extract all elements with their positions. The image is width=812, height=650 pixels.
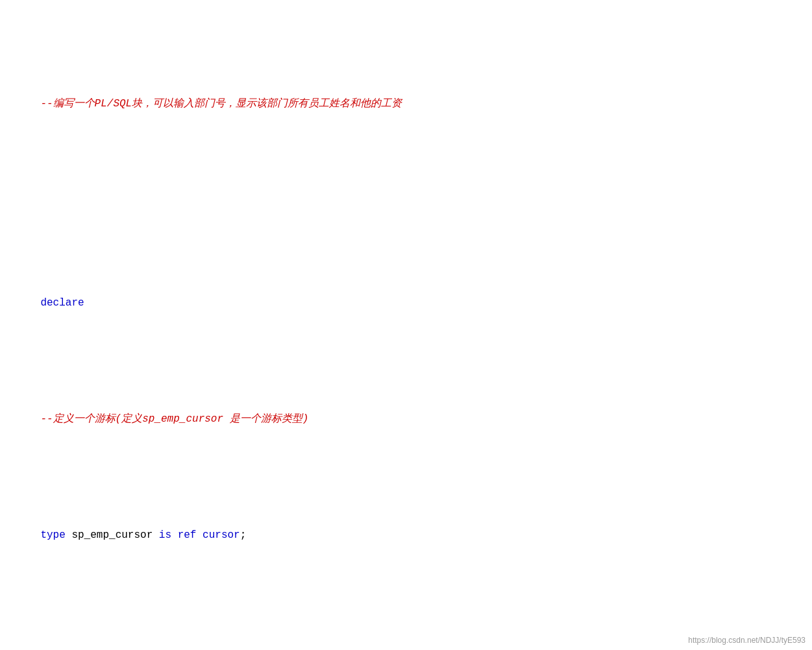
kw-is: is	[159, 529, 171, 541]
line-1: --编写一个PL/SQL块，可以输入部门号，显示该部门所有员工姓名和他的工资	[16, 79, 796, 129]
kw-ref: ref	[178, 529, 197, 541]
line-6-empty	[16, 627, 796, 644]
kw-cursor: cursor	[203, 529, 240, 541]
comment-line-4: --定义一个游标(定义sp_emp_cursor 是一个游标类型)	[40, 413, 308, 425]
line-declare: declare	[16, 279, 796, 329]
line-4: --定义一个游标(定义sp_emp_cursor 是一个游标类型)	[16, 395, 796, 445]
comment-line-1: --编写一个PL/SQL块，可以输入部门号，显示该部门所有员工姓名和他的工资	[40, 98, 402, 110]
code-5c	[196, 529, 203, 541]
line-5: type sp_emp_cursor is ref cursor;	[16, 511, 796, 561]
code-block: --编写一个PL/SQL块，可以输入部门号，显示该部门所有员工姓名和他的工资 d…	[16, 13, 796, 650]
line-2-empty	[16, 196, 796, 213]
code-5d: ;	[240, 529, 247, 541]
kw-type: type	[40, 529, 65, 541]
code-5a: sp_emp_cursor	[66, 529, 159, 541]
watermark: https://blog.csdn.net/NDJJ/tyE593	[688, 636, 806, 645]
keyword-declare: declare	[40, 297, 84, 309]
code-5b	[171, 529, 178, 541]
